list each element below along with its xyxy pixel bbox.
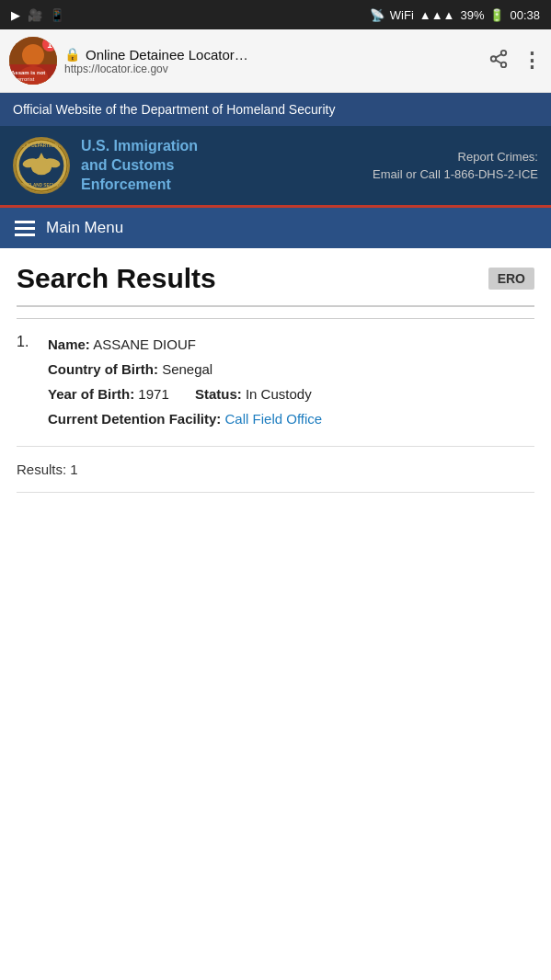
status-label: Status: <box>195 386 242 402</box>
ice-name-line1: U.S. Immigration <box>81 137 198 156</box>
svg-point-1 <box>22 44 44 66</box>
browser-url: https://locator.ice.gov <box>64 63 481 75</box>
svg-text:a terrorist: a terrorist <box>11 76 35 82</box>
svg-point-6 <box>501 50 507 55</box>
result-country-row: Country of Birth: Senegal <box>48 357 534 382</box>
browser-actions[interactable]: ⋮ <box>488 49 542 74</box>
result-year-status-row: Year of Birth: 1971 Status: In Custody <box>48 382 534 406</box>
svg-line-10 <box>496 53 501 57</box>
play-icon: ▶ <box>11 8 20 22</box>
ice-agency-name: U.S. Immigration and Customs Enforcement <box>81 137 198 194</box>
svg-point-8 <box>501 62 507 67</box>
video-icon: 🎥 <box>28 8 42 22</box>
result-number: 1. <box>17 332 39 431</box>
battery-percent: 39% <box>460 8 484 22</box>
whatsapp-icon: 📱 <box>50 8 64 22</box>
facility-link[interactable]: Call Field Office <box>225 411 323 427</box>
ice-name-line3: Enforcement <box>81 176 198 195</box>
svg-line-9 <box>496 60 501 63</box>
main-menu-label[interactable]: Main Menu <box>46 219 123 237</box>
hamburger-line-3 <box>15 234 35 236</box>
svg-text:HOMELAND SECURITY: HOMELAND SECURITY <box>17 184 66 188</box>
result-count: Results: 1 <box>17 447 534 493</box>
search-results-header: Search Results ERO <box>17 263 534 307</box>
result-details: Name: ASSANE DIOUF Country of Birth: Sen… <box>48 332 534 431</box>
country-value: Senegal <box>162 361 212 377</box>
year-value: 1971 <box>138 386 168 402</box>
lock-icon: 🔒 <box>64 47 80 62</box>
ero-badge: ERO <box>488 268 534 290</box>
notification-badge: 1 <box>42 37 57 51</box>
result-list: 1. Name: ASSANE DIOUF Country of Birth: … <box>17 318 534 493</box>
signal-icon: ▲▲▲ <box>419 8 455 22</box>
report-label: Report Crimes: <box>373 148 538 166</box>
hamburger-line-1 <box>15 221 35 223</box>
svg-point-7 <box>491 56 497 62</box>
name-value: ASSANE DIOUF <box>93 336 196 352</box>
share-icon[interactable] <box>488 49 509 74</box>
search-results-title: Search Results <box>17 263 216 294</box>
main-menu[interactable]: Main Menu <box>0 205 551 248</box>
result-name-row: Name: ASSANE DIOUF <box>48 332 534 357</box>
page-content: Search Results ERO 1. Name: ASSANE DIOUF… <box>0 248 551 493</box>
svg-text:U.S. DEPARTMENT: U.S. DEPARTMENT <box>22 144 61 149</box>
facility-label: Current Detention Facility: <box>48 411 221 427</box>
status-bar-right: 📡 WiFi ▲▲▲ 39% 🔋 00:38 <box>370 8 540 22</box>
dhs-banner-text: Official Website of the Department of Ho… <box>13 102 335 117</box>
name-label: Name: <box>48 336 90 352</box>
ice-name-line2: and Customs <box>81 156 198 176</box>
wifi-icon: WiFi <box>390 8 414 22</box>
battery-icon: 🔋 <box>489 8 504 22</box>
report-contact: Email or Call 1-866-DHS-2-ICE <box>373 165 538 184</box>
count-number: 1 <box>70 462 77 477</box>
clock: 00:38 <box>510 8 540 22</box>
ice-report: Report Crimes: Email or Call 1-866-DHS-2… <box>373 148 538 184</box>
status-value: In Custody <box>246 386 312 402</box>
ice-header: HOMELAND SECURITY U.S. DEPARTMENT U.S. I… <box>0 126 551 205</box>
browser-bar: Assam is not a terrorist 1 🔒 Online Deta… <box>0 29 551 93</box>
dhs-seal: HOMELAND SECURITY U.S. DEPARTMENT <box>13 137 70 194</box>
count-label: Results: <box>17 462 70 477</box>
browser-tab-info: 🔒 Online Detainee Locator… https://locat… <box>64 47 481 75</box>
more-icon[interactable]: ⋮ <box>522 49 542 73</box>
browser-title: Online Detainee Locator… <box>86 47 248 63</box>
table-row: 1. Name: ASSANE DIOUF Country of Birth: … <box>17 332 534 447</box>
avatar: Assam is not a terrorist 1 <box>9 37 57 85</box>
svg-text:Assam is not: Assam is not <box>11 70 45 75</box>
cast-icon: 📡 <box>370 8 385 22</box>
dhs-banner: Official Website of the Department of Ho… <box>0 93 551 126</box>
result-facility-row: Current Detention Facility: Call Field O… <box>48 406 534 431</box>
status-bar: ▶ 🎥 📱 📡 WiFi ▲▲▲ 39% 🔋 00:38 <box>0 0 551 29</box>
country-label: Country of Birth: <box>48 361 158 377</box>
year-label: Year of Birth: <box>48 386 134 402</box>
hamburger-icon[interactable] <box>15 221 35 236</box>
hamburger-line-2 <box>15 227 35 230</box>
status-bar-left: ▶ 🎥 📱 <box>11 8 64 22</box>
ice-logo-area: HOMELAND SECURITY U.S. DEPARTMENT U.S. I… <box>13 137 198 194</box>
